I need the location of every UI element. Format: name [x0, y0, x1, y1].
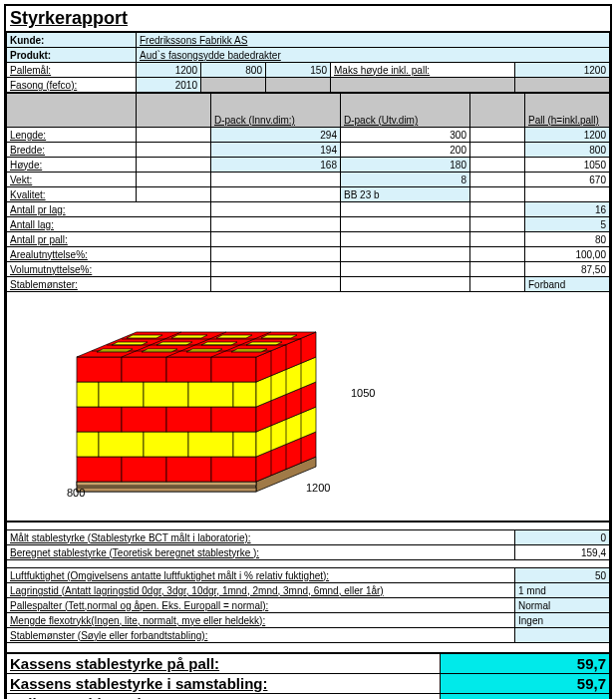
result3-value: 443,2 — [441, 694, 610, 700]
bredde-pall: 800 — [525, 143, 610, 158]
malt-label: Målt stablestyrke (Stablestyrke BCT målt… — [7, 530, 515, 545]
hoyde-label: Høyde: — [7, 158, 137, 173]
svg-rect-5 — [77, 457, 122, 482]
lengde-innv: 294 — [211, 128, 341, 143]
arealutn-val: 100,00 — [525, 247, 610, 262]
svg-rect-27 — [77, 357, 122, 382]
hoyde-innv: 168 — [211, 158, 341, 173]
pallemal-label: Pallemål: — [7, 63, 137, 78]
luftfukt-value: 50 — [515, 568, 610, 583]
lengde-pall: 1200 — [525, 128, 610, 143]
lagringstid-value: 1 mnd — [515, 583, 610, 598]
svg-rect-11 — [99, 432, 144, 457]
svg-rect-3 — [77, 482, 256, 486]
beregnet-value: 159,4 — [515, 545, 610, 560]
svg-marker-37 — [112, 342, 148, 345]
flexotrykk-label: Mengde flexotrykk(Ingen, lite, normalt, … — [7, 613, 515, 628]
bredde-innv: 194 — [211, 143, 341, 158]
svg-rect-4 — [77, 488, 256, 492]
stablemonster2-label: Stablemønster (Søyle eller forbandtstabl… — [7, 628, 515, 643]
svg-rect-22 — [99, 382, 144, 407]
svg-marker-43 — [216, 335, 252, 338]
svg-marker-33 — [97, 349, 133, 352]
svg-marker-35 — [186, 349, 222, 352]
svg-rect-28 — [122, 357, 166, 382]
volumutn-val: 87,50 — [525, 262, 610, 277]
svg-rect-7 — [166, 457, 211, 482]
stablemonster-val: Forband — [525, 277, 610, 292]
svg-marker-44 — [261, 335, 297, 338]
produkt-value: Aud`s fasongsydde badedrakter — [137, 48, 610, 63]
malt-value: 0 — [515, 530, 610, 545]
fasong-label: Fasong (fefco): — [7, 78, 137, 93]
svg-rect-6 — [122, 457, 166, 482]
report-title: Styrkerapport — [6, 6, 610, 32]
svg-marker-34 — [142, 349, 177, 352]
kvalitet-utv: BB 23 b — [341, 187, 470, 202]
vekt-pall: 670 — [525, 173, 610, 187]
produkt-label: Produkt: — [7, 48, 137, 63]
kunde-value: Fredrikssons Fabrikk AS — [137, 33, 610, 48]
kvalitet-label: Kvalitet: — [7, 187, 137, 202]
stablemonster2-value — [515, 628, 610, 643]
svg-rect-14 — [233, 432, 256, 457]
hoyde-pall: 1050 — [525, 158, 610, 173]
result1-value: 59,7 — [441, 654, 610, 674]
result1-label: Kassens stablestyrke på pall: — [7, 654, 441, 674]
result2-label: Kassens stablestyrke i samstabling: — [7, 674, 441, 694]
col-dpack-utv: D-pack (Utv.dim) — [341, 94, 470, 128]
pallet-icon — [57, 302, 376, 512]
measurements-table: Målt stablestyrke (Stablestyrke BCT målt… — [6, 522, 610, 653]
svg-rect-8 — [211, 457, 256, 482]
kunde-label: Kunde: — [7, 33, 137, 48]
vekt-utv: 8 — [341, 173, 470, 187]
flexotrykk-value: Ingen — [515, 613, 610, 628]
pallet-length-label: 1200 — [306, 482, 330, 494]
svg-rect-25 — [233, 382, 256, 407]
result3-label: Pallens stablestyrke: — [7, 694, 441, 700]
bredde-utv: 200 — [341, 143, 470, 158]
svg-marker-42 — [171, 335, 207, 338]
svg-rect-12 — [144, 432, 188, 457]
col-dpack-innv: D-pack (Innv.dim:) — [211, 94, 341, 128]
antalllag-label: Antall lag: — [7, 217, 211, 232]
report-container: Styrkerapport Kunde: Fredrikssons Fabrik… — [4, 4, 612, 699]
makshoyde-value: 1200 — [514, 63, 609, 78]
fasong-value: 2010 — [137, 78, 201, 93]
volumutn-label: Volumutnyttelse%: — [7, 262, 211, 277]
svg-rect-13 — [188, 432, 233, 457]
result2-value: 59,7 — [441, 674, 610, 694]
svg-marker-38 — [156, 342, 192, 345]
vekt-label: Vekt: — [7, 173, 137, 187]
antallprpall-val: 80 — [525, 232, 610, 247]
svg-rect-23 — [144, 382, 188, 407]
pallet-diagram: 1050 1200 800 — [6, 292, 610, 522]
pallemal-v3: 150 — [266, 63, 331, 78]
svg-rect-19 — [211, 407, 256, 432]
col-pall: Pall (h=inkl.pall) — [525, 94, 610, 128]
pallet-width-label: 800 — [67, 487, 85, 499]
svg-rect-18 — [166, 407, 211, 432]
arealutn-label: Arealutnyttelse%: — [7, 247, 211, 262]
luftfukt-label: Luftfuktighet (Omgivelsens antatte luftf… — [7, 568, 515, 583]
lagringstid-label: Lagringstid (Antatt lagringstid 0dgr, 3d… — [7, 583, 515, 598]
svg-rect-16 — [77, 407, 122, 432]
antallprpall-label: Antall pr pall: — [7, 232, 211, 247]
svg-marker-40 — [246, 342, 282, 345]
svg-rect-30 — [211, 357, 256, 382]
header-table: Kunde: Fredrikssons Fabrikk AS Produkt: … — [6, 32, 610, 93]
svg-rect-29 — [166, 357, 211, 382]
pallet-height-label: 1050 — [351, 387, 375, 399]
lengde-utv: 300 — [341, 128, 470, 143]
antalllag-val: 5 — [525, 217, 610, 232]
hoyde-utv: 180 — [341, 158, 470, 173]
antallprlag-label: Antall pr lag: — [7, 202, 211, 217]
svg-marker-41 — [127, 335, 162, 338]
dimension-table: D-pack (Innv.dim:) D-pack (Utv.dim) Pall… — [6, 93, 610, 292]
makshoyde-label: Maks høyde inkl. pall: — [331, 63, 515, 78]
pallemal-v2: 800 — [201, 63, 266, 78]
svg-rect-17 — [122, 407, 166, 432]
bredde-label: Bredde: — [7, 143, 137, 158]
beregnet-label: Beregnet stablestyrke (Teoretisk beregne… — [7, 545, 515, 560]
antallprlag-val: 16 — [525, 202, 610, 217]
